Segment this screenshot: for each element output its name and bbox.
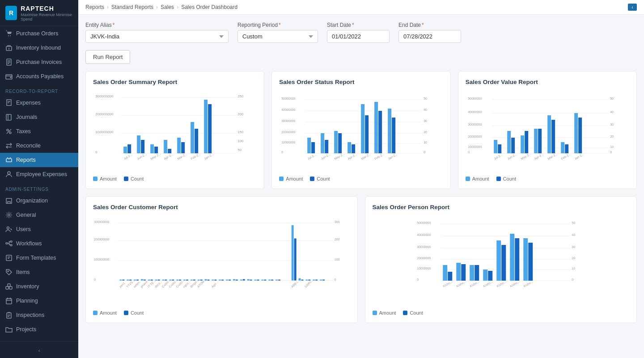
svg-rect-19 <box>9 286 12 289</box>
svg-rect-193 <box>292 225 294 281</box>
svg-rect-184 <box>250 280 252 281</box>
svg-rect-200 <box>315 280 318 281</box>
entity-alias-group: Entity Alias* JKVK-India <box>85 22 229 43</box>
svg-text:250: 250 <box>237 94 244 98</box>
svg-text:40: 40 <box>572 233 575 236</box>
content-area: Entity Alias* JKVK-India Reporting Perio… <box>78 15 644 358</box>
sidebar-item-expenses[interactable]: Expenses <box>0 96 78 110</box>
tag-icon <box>5 269 13 276</box>
svg-text:Kisho...: Kisho... <box>509 280 520 288</box>
svg-text:10000000: 10000000 <box>417 267 431 270</box>
wallet-icon <box>5 73 13 80</box>
sidebar-item-purchase-orders[interactable]: Purchase Orders <box>0 26 78 41</box>
calendar-icon <box>5 297 13 304</box>
person-receipt-icon <box>5 171 13 178</box>
svg-rect-242 <box>483 270 487 281</box>
sidebar-item-taxes[interactable]: Taxes <box>0 124 78 139</box>
svg-text:10: 10 <box>610 145 614 148</box>
sidebar-item-accounts-payables[interactable]: Accounts Payables <box>0 69 78 84</box>
sidebar-item-reconcile[interactable]: Reconcile <box>0 139 78 153</box>
end-date-group: End Date* <box>398 22 461 43</box>
sidebar-item-workflows[interactable]: Workflows <box>0 236 78 251</box>
reporting-period-select[interactable]: Custom <box>237 30 318 43</box>
reporting-period-group: Reporting Period* Custom <box>237 22 318 43</box>
sidebar-item-reports[interactable]: Reports <box>0 153 78 167</box>
book-icon <box>5 114 13 121</box>
svg-text:30: 30 <box>572 245 575 248</box>
svg-text:20000000: 20000000 <box>281 131 295 134</box>
svg-rect-81 <box>347 142 351 153</box>
form-icon <box>5 254 13 261</box>
run-report-button[interactable]: Run Report <box>85 50 130 64</box>
flow-icon <box>5 240 13 247</box>
svg-rect-48 <box>204 100 208 153</box>
svg-text:Jun-2...: Jun-2... <box>136 152 147 160</box>
value-chart-card: Sales Order Value Report 50000000 400000… <box>458 71 637 189</box>
sidebar-item-form-templates[interactable]: Form Templates <box>0 251 78 265</box>
svg-text:10000000: 10000000 <box>281 141 295 144</box>
svg-rect-46 <box>191 122 194 153</box>
svg-text:300000000: 300000000 <box>94 220 110 223</box>
panel-collapse-btn[interactable]: ‹ <box>628 4 637 11</box>
sidebar-item-planning[interactable]: Planning <box>0 294 78 308</box>
svg-text:50: 50 <box>610 97 614 100</box>
cart-icon <box>5 30 13 37</box>
svg-text:200000000: 200000000 <box>95 112 114 116</box>
sidebar-collapse-toggle[interactable]: ‹ <box>0 345 78 356</box>
svg-text:Jun-2...: Jun-2... <box>320 152 331 160</box>
person-chart: 50000000 40000000 30000000 20000000 1000… <box>373 216 630 307</box>
svg-text:0: 0 <box>572 278 573 281</box>
app-tagline: Maximise Revenue Minimise Spend <box>21 13 73 21</box>
svg-text:Jul-2...: Jul-2... <box>493 153 503 160</box>
sidebar-item-inspections[interactable]: Inspections <box>0 308 78 322</box>
sidebar-item-organization[interactable]: Organization <box>0 194 78 208</box>
svg-rect-114 <box>494 140 497 153</box>
svg-text:30: 30 <box>424 119 427 122</box>
person-legend: Amount Count <box>373 310 630 316</box>
start-date-group: Start Date* <box>327 22 390 43</box>
svg-rect-82 <box>352 144 355 153</box>
sidebar-item-inventory-inbound[interactable]: Inventory Inbound <box>0 41 78 55</box>
sidebar-item-projects[interactable]: Projects <box>0 322 78 337</box>
end-date-input[interactable] <box>398 30 461 43</box>
svg-rect-241 <box>475 265 479 281</box>
svg-rect-178 <box>229 280 231 281</box>
chart-icon <box>5 156 13 164</box>
sidebar-item-users[interactable]: Users <box>0 222 78 236</box>
svg-text:Jan-2...: Jan-2... <box>203 152 214 160</box>
svg-rect-176 <box>221 280 224 281</box>
invoice-icon <box>5 59 13 66</box>
svg-text:10: 10 <box>424 141 427 144</box>
svg-rect-14 <box>10 241 12 242</box>
svg-rect-183 <box>247 279 250 281</box>
svg-rect-197 <box>305 280 308 281</box>
customer-legend: Amount Count <box>93 310 350 316</box>
svg-rect-16 <box>6 255 12 261</box>
start-date-input[interactable] <box>327 30 390 43</box>
svg-rect-122 <box>547 115 551 153</box>
svg-rect-180 <box>236 280 238 281</box>
sidebar-item-items[interactable]: Items <box>0 265 78 279</box>
svg-rect-181 <box>240 280 242 281</box>
sidebar-item-purchase-invoices[interactable]: Purchase Invoices <box>0 55 78 69</box>
svg-rect-153 <box>141 279 143 281</box>
breadcrumb-reports: Reports <box>85 4 104 10</box>
amount-legend-dot <box>93 177 97 181</box>
svg-text:0: 0 <box>424 151 425 154</box>
svg-rect-177 <box>226 280 228 281</box>
sidebar-item-inventory[interactable]: Inventory <box>0 279 78 294</box>
svg-rect-159 <box>162 280 165 281</box>
logo-icon: R <box>5 6 17 20</box>
svg-rect-115 <box>498 144 501 153</box>
sidebar-item-general[interactable]: General <box>0 208 78 222</box>
svg-rect-78 <box>325 140 328 153</box>
svg-text:Kisho...: Kisho... <box>523 280 534 288</box>
entity-alias-select[interactable]: JKVK-India <box>85 30 229 43</box>
receipt-icon <box>5 99 13 106</box>
svg-rect-247 <box>515 238 519 281</box>
breadcrumb-standard-reports: Standard Reports <box>111 4 153 10</box>
sidebar-item-journals[interactable]: Journals <box>0 110 78 124</box>
svg-rect-189 <box>268 280 271 281</box>
sidebar-item-employee-expenses[interactable]: Employee Expenses <box>0 167 78 181</box>
sidebar-bottom: ‹ <box>0 341 78 358</box>
